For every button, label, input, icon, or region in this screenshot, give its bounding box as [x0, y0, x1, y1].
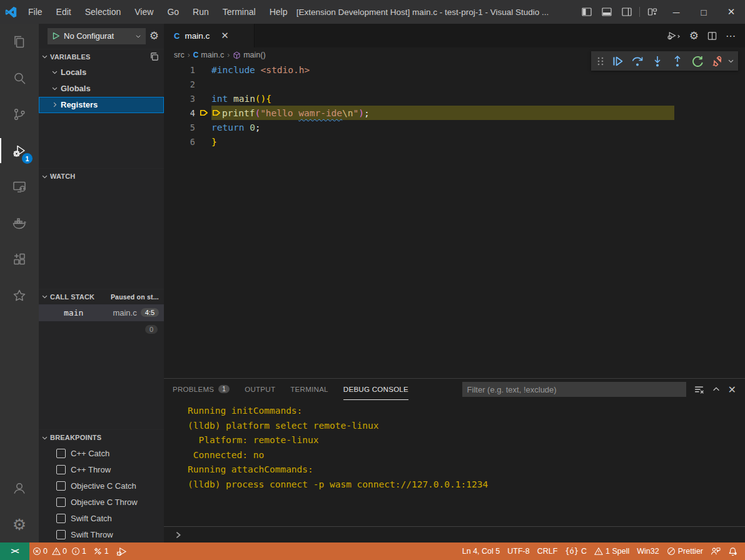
language-mode[interactable]: {ó} C: [561, 547, 590, 556]
breakpoint-checkbox[interactable]: [56, 481, 66, 491]
glyph-margin[interactable]: [195, 108, 211, 118]
toolbar-drag-handle[interactable]: [595, 56, 606, 66]
panel-tab-output[interactable]: OUTPUT: [245, 379, 275, 400]
variables-header[interactable]: VARIABLES: [39, 49, 164, 64]
variables-row-locals[interactable]: Locals: [39, 64, 164, 81]
breakpoint-row[interactable]: Swift Throw: [39, 526, 164, 542]
code-line-2[interactable]: 2: [164, 77, 745, 91]
disconnect-button[interactable]: [709, 53, 726, 69]
breadcrumb-item[interactable]: main(): [233, 51, 265, 59]
warning-icon: [594, 547, 603, 556]
panel-tab-debug-console[interactable]: DEBUG CONSOLE: [343, 379, 408, 400]
maximize-panel-icon[interactable]: [712, 385, 721, 394]
step-into-icon: [651, 55, 664, 68]
toggle-secondary-sidebar-icon[interactable]: [617, 0, 637, 24]
breakpoint-row[interactable]: Swift Catch: [39, 510, 164, 526]
close-panel-icon[interactable]: ✕: [728, 384, 736, 396]
breadcrumb-item[interactable]: src: [174, 51, 185, 59]
notifications-button[interactable]: [724, 547, 741, 556]
debug-settings-gear-icon[interactable]: ⚙: [150, 31, 159, 41]
feedback-button[interactable]: [707, 547, 724, 556]
breakpoint-row[interactable]: Objective C Throw: [39, 494, 164, 510]
eol-selector[interactable]: CRLF: [534, 547, 562, 556]
panel-tab-problems[interactable]: PROBLEMS1: [173, 379, 230, 400]
code-line-3[interactable]: 3int main(){: [164, 91, 745, 106]
activity-item-wamr-ide[interactable]: [0, 278, 39, 314]
watch-header[interactable]: WATCH: [39, 169, 164, 184]
breakpoint-checkbox[interactable]: [56, 449, 66, 458]
clear-console-icon[interactable]: [694, 384, 704, 395]
breakpoints-header[interactable]: BREAKPOINTS: [39, 430, 164, 445]
code-editor[interactable]: 1#include <stdio.h>23int main(){4 printf…: [164, 62, 745, 378]
activity-item-source-control[interactable]: [0, 96, 39, 132]
maximize-button[interactable]: □: [690, 0, 717, 24]
code-line-4[interactable]: 4 printf("hello wamr-ide\n");: [164, 106, 745, 120]
activity-item-run-and-debug[interactable]: 1: [0, 132, 39, 169]
encoding[interactable]: UTF-8: [504, 547, 533, 556]
code-line-5[interactable]: 5 return 0;: [164, 120, 745, 134]
customize-layout-icon[interactable]: [642, 0, 662, 24]
restart-button[interactable]: [689, 53, 706, 69]
breakpoint-row[interactable]: Objective C Catch: [39, 478, 164, 494]
cursor-position[interactable]: Ln 4, Col 5: [459, 547, 504, 556]
menu-selection[interactable]: Selection: [78, 0, 128, 24]
menu-help[interactable]: Help: [263, 0, 295, 24]
call-stack-title: CALL STACK: [50, 293, 94, 301]
problems-status[interactable]: 0 0 1: [29, 542, 89, 560]
chevron-down-icon[interactable]: [727, 58, 734, 64]
breakpoint-row[interactable]: C++ Catch: [39, 445, 164, 461]
toggle-sidebar-icon[interactable]: [577, 0, 597, 24]
step-over-button[interactable]: [629, 53, 646, 69]
menu-file[interactable]: File: [21, 0, 49, 24]
breakpoint-checkbox[interactable]: [56, 465, 66, 474]
toggle-panel-icon[interactable]: [597, 0, 617, 24]
menu-terminal[interactable]: Terminal: [216, 0, 263, 24]
activity-item-settings[interactable]: ⚙: [0, 506, 39, 542]
platform-label: Win32: [637, 547, 659, 556]
info-count: 1: [82, 547, 86, 556]
activity-item-docker[interactable]: [0, 205, 39, 241]
variables-row-registers[interactable]: Registers: [39, 97, 164, 113]
step-into-button[interactable]: [649, 53, 666, 69]
activity-item-accounts[interactable]: [0, 470, 39, 506]
debug-console-input[interactable]: [164, 526, 745, 542]
console-filter-input[interactable]: [462, 382, 686, 397]
breadcrumb-item[interactable]: Cmain.c: [193, 51, 225, 59]
editor-settings-gear-icon[interactable]: ⚙: [689, 31, 699, 41]
formatter-status[interactable]: Prettier: [663, 547, 707, 556]
activity-item-explorer[interactable]: [0, 24, 39, 60]
step-out-button[interactable]: [669, 53, 686, 69]
menu-edit[interactable]: Edit: [49, 0, 78, 24]
stack-frame-row[interactable]: main main.c 4:5: [39, 304, 164, 321]
minimize-button[interactable]: ─: [662, 0, 690, 24]
spell-checker-status[interactable]: 1 Spell: [590, 547, 633, 556]
breakpoint-checkbox[interactable]: [56, 498, 66, 507]
debug-status[interactable]: [113, 542, 131, 560]
code-line-6[interactable]: 6}: [164, 134, 745, 149]
debug-console-output[interactable]: Running initCommands:(lldb) platform sel…: [164, 400, 745, 526]
variables-row-globals[interactable]: Globals: [39, 81, 164, 97]
collapse-all-icon[interactable]: [150, 52, 159, 61]
activity-item-extensions[interactable]: [0, 241, 39, 278]
menu-view[interactable]: View: [128, 0, 160, 24]
tab-main-c[interactable]: C main.c ✕: [164, 24, 255, 48]
continue-button[interactable]: [609, 53, 626, 69]
tools-status[interactable]: 1: [89, 542, 113, 560]
run-or-debug-button[interactable]: [667, 31, 681, 41]
call-stack-header[interactable]: CALL STACK Paused on st...: [39, 289, 164, 304]
breakpoint-checkbox[interactable]: [56, 530, 66, 539]
activity-item-remote-explorer[interactable]: [0, 169, 39, 205]
close-button[interactable]: ✕: [717, 0, 745, 24]
panel-tab-terminal[interactable]: TERMINAL: [290, 379, 328, 400]
tab-close-icon[interactable]: ✕: [221, 30, 229, 41]
breakpoint-checkbox[interactable]: [56, 514, 66, 523]
breakpoint-row[interactable]: C++ Throw: [39, 461, 164, 478]
more-actions-icon[interactable]: ⋯: [726, 30, 736, 42]
platform-status[interactable]: Win32: [633, 547, 662, 556]
menu-run[interactable]: Run: [186, 0, 216, 24]
launch-configuration-dropdown[interactable]: No Configurat: [48, 28, 146, 44]
remote-indicator[interactable]: ><: [0, 542, 29, 560]
split-editor-icon[interactable]: [707, 31, 717, 41]
menu-go[interactable]: Go: [160, 0, 186, 24]
activity-item-search[interactable]: [0, 60, 39, 96]
